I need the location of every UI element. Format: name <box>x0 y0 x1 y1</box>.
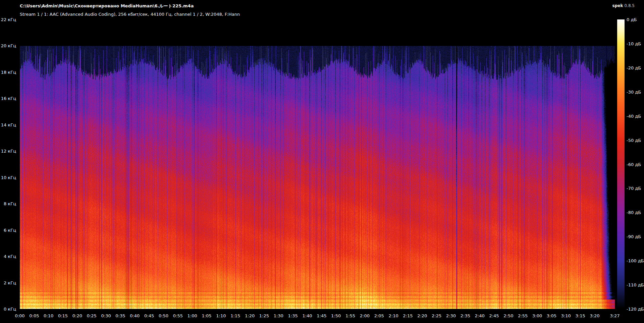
db-legend-label: -90 дБ <box>627 234 641 239</box>
time-axis-label: 0:15 <box>58 313 68 318</box>
time-axis-label: 1:25 <box>259 313 269 318</box>
time-axis-label: 3:10 <box>561 313 571 318</box>
time-axis-label: 2:10 <box>388 313 398 318</box>
db-legend-label: -40 дБ <box>627 113 641 118</box>
time-axis-label: 2:00 <box>360 313 370 318</box>
time-axis-label: 0:45 <box>144 313 154 318</box>
db-legend-label: -10 дБ <box>627 41 641 46</box>
time-axis-label: 1:00 <box>187 313 197 318</box>
time-axis-label: 2:30 <box>446 313 456 318</box>
time-axis-label: 0:10 <box>44 313 53 318</box>
time-axis-label: 0:55 <box>173 313 183 318</box>
db-legend-label: -60 дБ <box>627 162 641 167</box>
db-legend-label: -100 дБ <box>627 258 644 263</box>
time-axis-label: 3:27 <box>610 313 620 318</box>
time-axis: 0:000:050:100:150:200:250:300:350:400:45… <box>20 311 615 320</box>
spectrogram-plot <box>20 19 615 309</box>
time-axis-label: 1:20 <box>245 313 255 318</box>
freq-axis-label: 20 кГц <box>1 43 16 48</box>
time-axis-label: 2:50 <box>503 313 513 318</box>
time-axis-label: 2:45 <box>489 313 499 318</box>
freq-axis-label: 2 кГц <box>4 280 16 285</box>
freq-axis-label: 18 кГц <box>1 69 16 74</box>
time-axis-label: 1:15 <box>230 313 240 318</box>
time-axis-label: 2:25 <box>432 313 441 318</box>
file-path-title: C:\Users\Admin\Music\Сконвертировано Med… <box>20 3 194 9</box>
time-axis-label: 2:40 <box>475 313 485 318</box>
time-axis-label: 1:55 <box>345 313 355 318</box>
freq-axis-label: 12 кГц <box>1 149 16 154</box>
db-legend-label: -80 дБ <box>627 210 641 215</box>
time-axis-label: 0:20 <box>72 313 82 318</box>
app-version-label: spek0.8.5 <box>612 3 635 8</box>
freq-axis-label: 22 кГц <box>1 17 16 22</box>
time-axis-label: 0:50 <box>159 313 168 318</box>
db-legend-label: -70 дБ <box>627 186 641 191</box>
db-legend-bar <box>617 19 625 309</box>
time-axis-label: 1:35 <box>288 313 298 318</box>
time-axis-label: 1:05 <box>202 313 211 318</box>
db-legend-label: -120 дБ <box>627 307 644 312</box>
time-axis-label: 1:40 <box>302 313 312 318</box>
time-axis-label: 2:35 <box>461 313 470 318</box>
freq-axis-label: 0 кГц <box>4 307 16 312</box>
time-axis-label: 1:30 <box>274 313 283 318</box>
time-axis-label: 2:15 <box>403 313 413 318</box>
freq-axis-label: 6 кГц <box>4 227 16 232</box>
time-axis-label: 1:10 <box>216 313 226 318</box>
time-axis-label: 1:45 <box>317 313 326 318</box>
spek-window: { "window": { "file_path": "C:\\Users\\A… <box>0 0 644 323</box>
db-legend-label: -110 дБ <box>627 282 644 287</box>
time-axis-label: 0:40 <box>130 313 140 318</box>
time-axis-label: 2:55 <box>518 313 528 318</box>
db-legend-gradient <box>617 19 625 309</box>
spectrogram-canvas <box>20 19 615 309</box>
time-axis-label: 3:20 <box>590 313 599 318</box>
time-axis-label: 3:05 <box>547 313 556 318</box>
time-axis-label: 2:20 <box>417 313 427 318</box>
time-axis-label: 0:05 <box>29 313 39 318</box>
app-version: 0.8.5 <box>624 3 635 8</box>
db-legend-label: -30 дБ <box>627 89 641 94</box>
db-legend-label: 0 дБ <box>627 17 637 22</box>
time-axis-label: 0:30 <box>101 313 111 318</box>
db-legend-label: -50 дБ <box>627 138 641 143</box>
freq-axis-label: 4 кГц <box>4 254 16 259</box>
freq-axis-label: 10 кГц <box>1 175 16 180</box>
frequency-axis: 22 кГц20 кГц18 кГц16 кГц14 кГц12 кГц10 к… <box>0 19 18 309</box>
app-name: spek <box>612 3 623 8</box>
time-axis-label: 3:00 <box>532 313 542 318</box>
freq-axis-label: 16 кГц <box>1 96 16 101</box>
time-axis-label: 1:50 <box>331 313 341 318</box>
freq-axis-label: 8 кГц <box>4 201 16 206</box>
time-axis-label: 0:00 <box>15 313 24 318</box>
db-legend-labels: 0 дБ-10 дБ-20 дБ-30 дБ-40 дБ-50 дБ-60 дБ… <box>627 19 644 309</box>
time-axis-label: 0:35 <box>115 313 125 318</box>
time-axis-label: 0:25 <box>87 313 97 318</box>
time-axis-label: 3:15 <box>576 313 585 318</box>
stream-info: Stream 1 / 1: AAC (Advanced Audio Coding… <box>20 12 240 17</box>
db-legend-label: -20 дБ <box>627 65 641 70</box>
time-axis-label: 2:05 <box>374 313 384 318</box>
freq-axis-label: 14 кГц <box>1 122 16 127</box>
